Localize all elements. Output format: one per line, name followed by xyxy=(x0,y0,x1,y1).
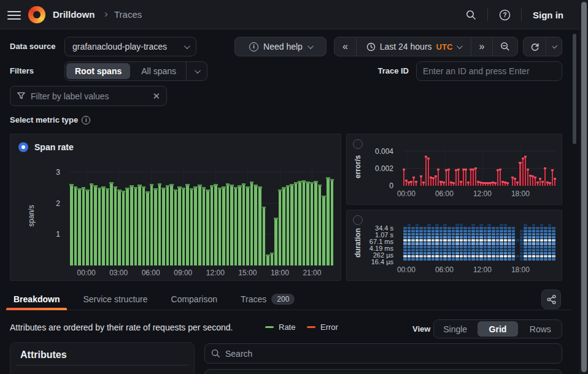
bar xyxy=(78,188,81,265)
refresh-interval-dropdown[interactable] xyxy=(546,37,562,56)
heatmap-cell xyxy=(427,242,431,245)
search-input[interactable] xyxy=(225,349,555,359)
bar xyxy=(298,181,301,265)
x-tick-label: 12:00 xyxy=(473,265,492,274)
bar xyxy=(82,187,85,265)
heatmap-cell xyxy=(516,239,519,242)
sign-in-button[interactable]: Sign in xyxy=(529,7,567,23)
heatmap-cell xyxy=(532,230,536,232)
heatmap-cell xyxy=(435,224,439,226)
heatmap-cell xyxy=(508,233,511,235)
span-scope-root-spans[interactable]: Root spans xyxy=(66,63,130,79)
heatmap-cell xyxy=(427,230,431,232)
clear-filter-icon[interactable]: ✕ xyxy=(152,91,160,102)
heatmap-cell xyxy=(536,249,540,251)
scrollbar-track[interactable] xyxy=(579,0,588,374)
view-grid[interactable]: Grid xyxy=(478,321,517,337)
bar xyxy=(114,186,117,265)
bar xyxy=(226,183,230,265)
heatmap-cell xyxy=(520,252,524,254)
heatmap-cell xyxy=(416,227,419,229)
heatmap-cell xyxy=(463,252,467,254)
y-tick-label: 3 xyxy=(56,168,60,177)
tab-traces[interactable]: Traces 200 xyxy=(237,288,298,310)
heatmap-cell xyxy=(520,246,524,248)
view-rows[interactable]: Rows xyxy=(520,321,560,337)
heatmap-cell xyxy=(524,255,527,258)
search-icon[interactable] xyxy=(462,6,480,24)
span-scope-all-spans[interactable]: All spans xyxy=(133,63,185,79)
heatmap-cell xyxy=(548,242,552,245)
heatmap-cell xyxy=(435,255,439,258)
heatmap-cell xyxy=(411,255,415,258)
bar-cap xyxy=(185,184,190,186)
share-button[interactable] xyxy=(541,289,561,309)
heatmap-cell xyxy=(403,242,407,245)
bar-cap xyxy=(242,183,246,185)
data-source-select[interactable]: grafanacloud-play-traces xyxy=(64,37,196,56)
heatmap-cell xyxy=(443,242,447,245)
bar-cap xyxy=(238,185,242,187)
search-icon xyxy=(211,349,220,358)
heatmap-cell xyxy=(536,236,540,239)
heatmap-row xyxy=(403,230,555,232)
heatmap-cell xyxy=(544,233,547,235)
breadcrumb-app[interactable]: Drilldown xyxy=(53,9,95,20)
bar-cap xyxy=(420,175,422,177)
heatmap-cell xyxy=(540,255,544,258)
tab-breakdown[interactable]: Breakdown xyxy=(10,288,63,310)
bar-cap xyxy=(447,169,450,170)
heatmap-row xyxy=(403,239,555,242)
legend-error-label: Error xyxy=(320,322,338,332)
need-help-button[interactable]: i Need help xyxy=(234,37,327,56)
bar xyxy=(70,184,73,265)
heatmap-cell xyxy=(492,230,495,232)
heatmap-cell xyxy=(455,224,459,226)
tab-service-structure[interactable]: Service structure xyxy=(79,288,151,310)
time-range-picker[interactable]: Last 24 hours UTC xyxy=(356,37,471,56)
heatmap-cell xyxy=(504,246,508,248)
scrollbar-thumb[interactable] xyxy=(581,2,587,372)
heatmap-cell xyxy=(487,249,491,251)
heatmap-cell xyxy=(411,227,415,229)
bar xyxy=(74,186,77,265)
heatmap-cell xyxy=(512,230,516,232)
heatmap-cell xyxy=(447,246,451,248)
view-single[interactable]: Single xyxy=(435,321,475,337)
help-icon[interactable]: ? xyxy=(495,6,514,24)
time-zoom-out-button[interactable] xyxy=(492,37,518,56)
time-shift-back-button[interactable]: « xyxy=(334,37,357,56)
heatmap-cell xyxy=(548,230,552,232)
heatmap-cell xyxy=(524,230,527,232)
heatmap-cell xyxy=(447,236,451,239)
heatmap-cell xyxy=(484,246,487,248)
heatmap-cell xyxy=(496,239,500,242)
breadcrumb-page[interactable]: Traces xyxy=(114,9,142,20)
info-icon[interactable]: i xyxy=(82,116,90,124)
heatmap-cell xyxy=(419,236,423,239)
heatmap-cell xyxy=(443,246,447,248)
heatmap-cell xyxy=(408,258,411,261)
inner-scrollbar-thumb[interactable] xyxy=(573,34,576,144)
clock-icon xyxy=(366,42,376,52)
heatmap-cell xyxy=(544,227,547,229)
heatmap-cell xyxy=(540,252,544,254)
x-axis-ticks: 00:0006:0012:0018:00 xyxy=(403,265,555,275)
trace-id-input[interactable] xyxy=(416,61,562,81)
span-scope-dropdown[interactable] xyxy=(186,62,207,80)
bar xyxy=(497,169,498,186)
heatmap-cell xyxy=(487,227,491,229)
heatmap-cell xyxy=(492,249,495,251)
refresh-button[interactable] xyxy=(523,37,546,56)
grafana-logo-icon[interactable] xyxy=(28,6,45,23)
heatmap-cell xyxy=(476,233,479,235)
tab-comparison[interactable]: Comparison xyxy=(168,288,221,310)
heatmap-cell xyxy=(544,249,547,251)
heatmap-cell xyxy=(439,246,443,248)
heatmap-row xyxy=(403,246,555,248)
label-filter-input[interactable] xyxy=(31,91,147,101)
span-rate-radio[interactable] xyxy=(18,142,28,152)
menu-icon[interactable] xyxy=(7,9,21,21)
heatmap-cell xyxy=(532,236,536,239)
time-shift-forward-button[interactable]: » xyxy=(471,37,493,56)
